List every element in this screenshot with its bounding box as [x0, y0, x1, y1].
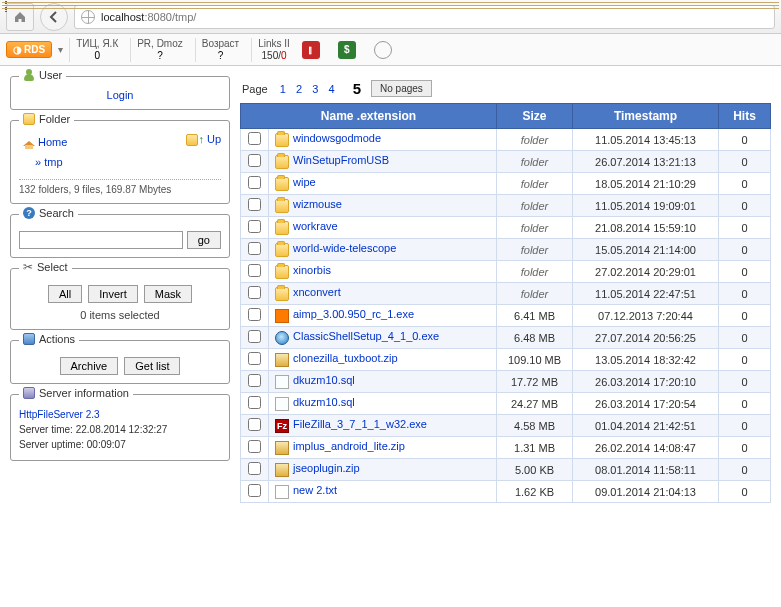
login-link[interactable]: Login	[107, 89, 134, 101]
row-checkbox[interactable]	[248, 176, 261, 189]
file-link[interactable]: aimp_3.00.950_rc_1.exe	[293, 308, 414, 320]
world-icon[interactable]	[374, 41, 392, 59]
table-row: clonezilla_tuxboot.zip109.10 MB13.05.201…	[241, 349, 771, 371]
row-checkbox[interactable]	[248, 418, 261, 431]
file-icon: Fz	[275, 419, 289, 433]
home-link[interactable]: Home	[38, 136, 67, 148]
row-checkbox[interactable]	[248, 484, 261, 497]
server-icon	[23, 387, 35, 399]
rds-cell-tic: ТИЦ, Я.К0	[69, 38, 124, 62]
file-link[interactable]: ClassicShellSetup_4_1_0.exe	[293, 330, 439, 342]
row-checkbox[interactable]	[248, 220, 261, 233]
file-link[interactable]: clonezilla_tuxboot.zip	[293, 352, 398, 364]
row-checkbox[interactable]	[248, 440, 261, 453]
th-name[interactable]: Name .extension	[241, 104, 497, 129]
row-checkbox[interactable]	[248, 132, 261, 145]
file-timestamp: 27.07.2014 20:56:25	[573, 327, 719, 349]
row-checkbox[interactable]	[248, 330, 261, 343]
select-invert-button[interactable]: Invert	[88, 285, 138, 303]
folder-icon	[275, 177, 289, 191]
file-timestamp: 01.04.2014 21:42:51	[573, 415, 719, 437]
file-link[interactable]: jseoplugin.zip	[293, 462, 360, 474]
file-hits: 0	[719, 261, 771, 283]
file-link[interactable]: WinSetupFromUSB	[293, 154, 389, 166]
file-timestamp: 11.05.2014 19:09:01	[573, 195, 719, 217]
file-timestamp: 11.05.2014 22:47:51	[573, 283, 719, 305]
file-link[interactable]: wipe	[293, 176, 316, 188]
rds-cell-age: Возраст?	[195, 38, 245, 62]
file-size: 4.58 MB	[497, 415, 573, 437]
file-link[interactable]: xnconvert	[293, 286, 341, 298]
pager-link-3[interactable]: 3	[310, 83, 320, 95]
row-checkbox[interactable]	[248, 462, 261, 475]
file-link[interactable]: windowsgodmode	[293, 132, 381, 144]
pager-link-2[interactable]: 2	[294, 83, 304, 95]
file-link[interactable]: new 2.txt	[293, 484, 337, 496]
file-link[interactable]: FileZilla_3_7_1_1_w32.exe	[293, 418, 427, 430]
file-link[interactable]: dkuzm10.sql	[293, 374, 355, 386]
file-timestamp: 13.05.2014 18:32:42	[573, 349, 719, 371]
getlist-button[interactable]: Get list	[124, 357, 180, 375]
file-hits: 0	[719, 151, 771, 173]
file-timestamp: 15.05.2014 21:14:00	[573, 239, 719, 261]
archive-button[interactable]: Archive	[60, 357, 119, 375]
disk-icon	[23, 333, 35, 345]
help-icon: ?	[23, 207, 35, 219]
file-hits: 0	[719, 283, 771, 305]
chart-icon[interactable]: ⫿	[302, 41, 320, 59]
file-hits: 0	[719, 129, 771, 151]
rds-badge[interactable]: ◑ RDS	[6, 41, 52, 58]
dropdown-icon[interactable]: ▾	[58, 44, 63, 55]
search-input[interactable]	[19, 231, 183, 249]
pager: Page 1 2 3 4 5 No pages	[242, 80, 771, 97]
file-size: 5.00 KB	[497, 459, 573, 481]
file-timestamp: 08.01.2014 11:58:11	[573, 459, 719, 481]
table-row: aimp_3.00.950_rc_1.exe6.41 MB07.12.2013 …	[241, 305, 771, 327]
pager-link-4[interactable]: 4	[326, 83, 336, 95]
money-icon[interactable]: $	[338, 41, 356, 59]
row-checkbox[interactable]	[248, 396, 261, 409]
th-size[interactable]: Size	[497, 104, 573, 129]
row-checkbox[interactable]	[248, 374, 261, 387]
pager-link-1[interactable]: 1	[278, 83, 288, 95]
file-link[interactable]: workrave	[293, 220, 338, 232]
file-hits: 0	[719, 371, 771, 393]
file-hits: 0	[719, 327, 771, 349]
table-row: world-wide-telescopefolder15.05.2014 21:…	[241, 239, 771, 261]
up-link[interactable]: ↑ Up	[186, 133, 221, 146]
nopages-button[interactable]: No pages	[371, 80, 432, 97]
row-checkbox[interactable]	[248, 286, 261, 299]
actions-panel: Actions Archive Get list	[10, 340, 230, 384]
file-link[interactable]: world-wide-telescope	[293, 242, 396, 254]
globe-icon	[81, 10, 95, 24]
file-size: 6.48 MB	[497, 327, 573, 349]
row-checkbox[interactable]	[248, 198, 261, 211]
select-all-button[interactable]: All	[48, 285, 82, 303]
user-icon	[23, 69, 35, 81]
file-link[interactable]: wizmouse	[293, 198, 342, 210]
file-link[interactable]: implus_android_lite.zip	[293, 440, 405, 452]
row-checkbox[interactable]	[248, 308, 261, 321]
select-mask-button[interactable]: Mask	[144, 285, 192, 303]
file-hits: 0	[719, 195, 771, 217]
table-row: xnconvertfolder11.05.2014 22:47:510	[241, 283, 771, 305]
folder-icon	[275, 243, 289, 257]
file-hits: 0	[719, 481, 771, 503]
server-app-link[interactable]: HttpFileServer 2.3	[19, 409, 100, 420]
pager-label: Page	[242, 83, 268, 95]
tmp-link[interactable]: » tmp	[35, 156, 63, 168]
file-timestamp: 26.03.2014 17:20:10	[573, 371, 719, 393]
folder-up-icon	[186, 134, 198, 146]
folder-panel: Folder ↑ Up Home » tmp 132 folders, 9 fi…	[10, 120, 230, 204]
file-link[interactable]: dkuzm10.sql	[293, 396, 355, 408]
go-button[interactable]: go	[187, 231, 221, 249]
row-checkbox[interactable]	[248, 154, 261, 167]
file-timestamp: 26.02.2014 14:08:47	[573, 437, 719, 459]
row-checkbox[interactable]	[248, 242, 261, 255]
th-timestamp[interactable]: Timestamp	[573, 104, 719, 129]
row-checkbox[interactable]	[248, 264, 261, 277]
file-link[interactable]: xinorbis	[293, 264, 331, 276]
th-hits[interactable]: Hits	[719, 104, 771, 129]
row-checkbox[interactable]	[248, 352, 261, 365]
search-panel-title: Search	[39, 207, 74, 219]
